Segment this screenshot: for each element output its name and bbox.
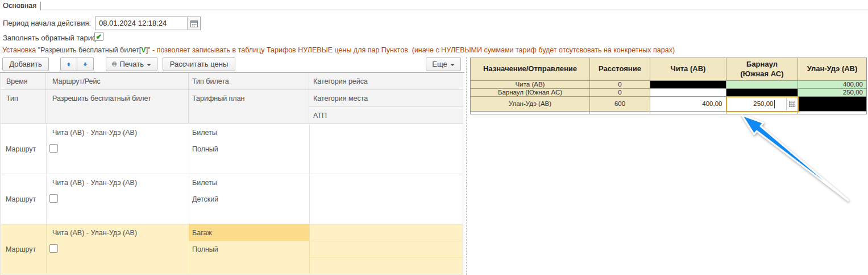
- header-tariff-plan: Тарифный план: [189, 90, 309, 124]
- chevron-down-icon: [147, 64, 151, 66]
- reverse-tariff-checkbox[interactable]: ✔: [94, 32, 103, 41]
- distance-cell[interactable]: 0: [590, 89, 650, 97]
- blocked-cell: [726, 89, 798, 97]
- header-time: Время: [1, 73, 46, 90]
- tab-main[interactable]: Основная: [3, 1, 36, 10]
- reverse-tariff-label: Заполнять обратный тариф:: [3, 34, 100, 42]
- matrix-row: Улан-Удэ (АВ) 600 400,00 250,00: [471, 97, 867, 112]
- blocked-cell: [798, 97, 867, 112]
- period-date-input[interactable]: 08.01.2024 12:18:24: [95, 17, 187, 30]
- header-allow-free-ticket: Разрешить бесплатный билет: [46, 90, 189, 124]
- header-type: Тип: [1, 90, 46, 124]
- free-ticket-checkbox[interactable]: [49, 194, 58, 203]
- arrow-up-icon: [67, 61, 71, 68]
- add-button[interactable]: Добавить: [2, 57, 49, 71]
- matrix-empty-row: [471, 112, 867, 114]
- annotation-arrow: [733, 109, 855, 209]
- tab-divider: [40, 2, 41, 10]
- print-button[interactable]: Печать: [106, 57, 157, 71]
- header-distance: Расстояние: [590, 58, 650, 81]
- calculator-dropdown-button[interactable]: [786, 98, 798, 110]
- route-cell: Чита (АВ) - Улан-Удэ (АВ): [52, 229, 137, 237]
- ticket-type-cell-selected[interactable]: Багаж: [189, 224, 309, 241]
- row-type-cell: Маршрут: [6, 145, 36, 153]
- route-cell: Чита (АВ) - Улан-Удэ (АВ): [52, 129, 137, 137]
- distance-cell[interactable]: 0: [590, 81, 650, 89]
- route-cell: Чита (АВ) - Улан-Удэ (АВ): [52, 179, 137, 187]
- header-chita: Чита (АВ): [650, 58, 726, 81]
- arrow-down-icon: [83, 61, 88, 68]
- price-cell[interactable]: [650, 89, 726, 97]
- row-type-cell: Маршрут: [6, 245, 36, 253]
- period-start-label: Период начала действия:: [3, 19, 91, 27]
- calculate-prices-button[interactable]: Рассчитать цены: [163, 57, 235, 71]
- calendar-icon: [190, 20, 198, 27]
- ticket-type-cell: Билеты: [189, 124, 309, 141]
- tariff-matrix: Назначение/Отправление Расстояние Чита (…: [470, 58, 867, 114]
- printer-icon: [112, 60, 117, 68]
- matrix-row: Чита (АВ) 0 400,00: [471, 81, 867, 89]
- checkmark-icon: ✔: [96, 33, 102, 40]
- pane-splitter[interactable]: [466, 57, 467, 275]
- destination-cell[interactable]: Чита (АВ): [471, 81, 590, 89]
- calculator-icon: [789, 101, 795, 107]
- move-down-button[interactable]: [77, 57, 94, 71]
- matrix-row: Барнаул (Южная АС) 0 250,00: [471, 89, 867, 97]
- tariff-plan-cell: Детский: [192, 195, 218, 203]
- header-atp: АТП: [309, 107, 463, 124]
- header-destination-departure: Назначение/Отправление: [471, 58, 590, 81]
- more-button[interactable]: Еще: [426, 57, 461, 71]
- tab-underline: [40, 10, 868, 10]
- blocked-cell: [650, 81, 726, 89]
- free-ticket-checkbox[interactable]: [49, 244, 58, 253]
- routes-table-header: Время Тип Маршрут/Рейс Разрешить бесплат…: [1, 73, 463, 124]
- free-ticket-notice: Установка "Разрешить бесплатный билет[V]…: [2, 46, 675, 54]
- price-edit-input[interactable]: 250,00: [727, 100, 774, 108]
- matrix-header-row: Назначение/Отправление Расстояние Чита (…: [471, 58, 867, 81]
- text-cursor: [774, 100, 775, 108]
- table-row[interactable]: Чита (АВ) - Улан-Удэ (АВ) Билеты Маршрут…: [1, 174, 463, 224]
- period-date-group: 08.01.2024 12:18:24: [95, 17, 201, 30]
- header-ulan-ude: Улан-Удэ (АВ): [798, 58, 867, 81]
- table-row[interactable]: Чита (АВ) - Улан-Удэ (АВ) Билеты Маршрут…: [1, 124, 463, 174]
- header-seat-category: Категория места: [309, 90, 463, 107]
- tariff-plan-cell: Полный: [192, 245, 218, 253]
- routes-table: Время Тип Маршрут/Рейс Разрешить бесплат…: [1, 73, 463, 275]
- tariff-plan-cell: Полный: [192, 145, 218, 153]
- destination-cell[interactable]: Барнаул (Южная АС): [471, 89, 590, 97]
- price-cell[interactable]: 400,00: [798, 81, 867, 89]
- price-cell[interactable]: [726, 81, 798, 89]
- distance-cell[interactable]: 600: [590, 97, 650, 112]
- header-trip-category: Категория рейса: [309, 73, 463, 90]
- destination-cell[interactable]: Улан-Удэ (АВ): [471, 97, 590, 112]
- free-ticket-checkbox[interactable]: [49, 144, 58, 153]
- tariff-form: Основная Период начала действия: 08.01.2…: [0, 0, 868, 275]
- price-cell[interactable]: 400,00: [650, 97, 726, 112]
- table-row-selected[interactable]: Чита (АВ) - Улан-Удэ (АВ) Багаж Маршрут …: [1, 224, 463, 274]
- price-cell[interactable]: 250,00: [798, 89, 867, 97]
- row-type-cell: Маршрут: [6, 195, 36, 203]
- ticket-type-cell: Билеты: [189, 174, 309, 191]
- header-route: Маршрут/Рейс: [46, 73, 189, 90]
- calendar-button[interactable]: [187, 17, 200, 30]
- price-cell-editing[interactable]: 250,00: [726, 97, 798, 112]
- header-barnaul: Барнаул (Южная АС): [726, 58, 798, 81]
- chevron-down-icon: [450, 64, 455, 66]
- move-up-button[interactable]: [60, 57, 77, 71]
- header-ticket-type: Тип билета: [189, 73, 309, 90]
